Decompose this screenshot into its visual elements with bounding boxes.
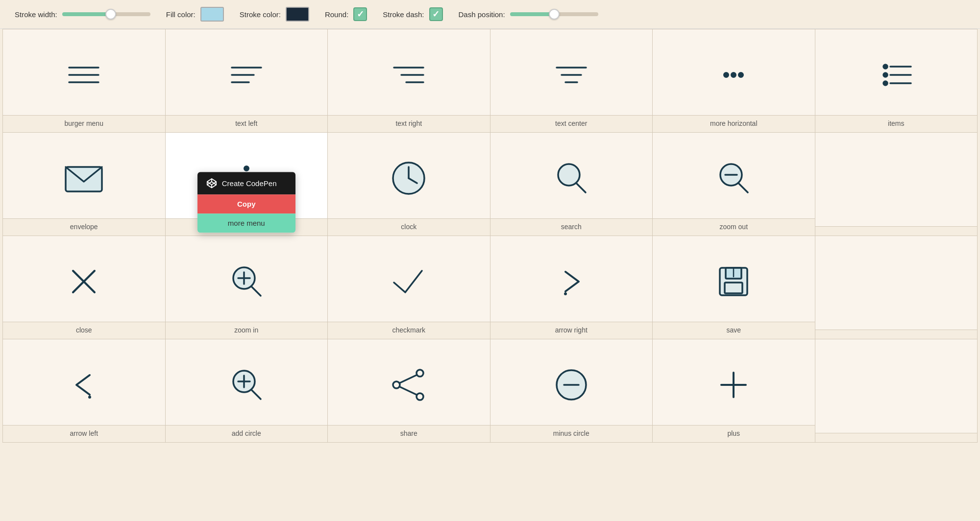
zoom-in-icon: [224, 260, 269, 304]
svg-line-41: [252, 287, 261, 296]
svg-point-44: [564, 292, 567, 295]
text-left-label: text left: [166, 115, 328, 132]
arrow-left-icon: [64, 365, 103, 404]
svg-line-57: [400, 375, 416, 383]
text-center-label: text center: [490, 115, 653, 132]
icon-cell-zoom-out[interactable]: zoom out: [653, 133, 815, 236]
share-icon-area: [377, 339, 441, 425]
icon-cell-close[interactable]: close: [3, 236, 166, 339]
placeholder-3-label: [815, 433, 978, 442]
clock-icon-area: [377, 133, 441, 218]
add-circle-icon-area: [215, 339, 278, 425]
arrow-right-icon-area: [542, 236, 601, 322]
add-circle-label: add circle: [166, 425, 328, 442]
round-checkbox[interactable]: [353, 7, 367, 21]
stroke-width-slider[interactable]: [62, 12, 150, 16]
dash-position-control: Dash position:: [459, 10, 598, 19]
search-label: search: [490, 218, 653, 236]
icon-cell-search[interactable]: search: [490, 133, 653, 236]
text-center-icon: [552, 60, 591, 90]
placeholder-1-icon-area: [886, 133, 906, 226]
close-label: close: [3, 322, 165, 339]
icon-cell-text-left[interactable]: text left: [166, 29, 328, 133]
context-menu-more[interactable]: more menu: [197, 213, 295, 233]
arrow-right-label: arrow right: [490, 322, 653, 339]
minus-circle-icon-area: [539, 339, 603, 425]
icon-cell-more-menu[interactable]: Create CodePen Copy more menu more menu: [166, 133, 328, 236]
icon-cell-save[interactable]: save: [653, 236, 815, 339]
icon-cell-minus-circle[interactable]: minus circle: [490, 339, 653, 443]
zoom-out-icon: [711, 156, 756, 200]
minus-circle-label: minus circle: [490, 425, 653, 442]
arrow-left-icon-area: [54, 339, 113, 425]
checkmark-label: checkmark: [328, 322, 490, 339]
icon-cell-more-horizontal[interactable]: more horizontal: [653, 29, 815, 133]
add-circle-icon: [224, 363, 269, 407]
share-label: share: [328, 425, 490, 442]
stroke-color-swatch[interactable]: [286, 7, 309, 22]
more-horizontal-label: more horizontal: [653, 115, 815, 132]
share-icon: [387, 365, 431, 404]
placeholder-1-label: [815, 226, 978, 236]
svg-line-36: [739, 184, 748, 192]
save-icon: [714, 262, 753, 301]
dash-position-thumb[interactable]: [549, 9, 560, 20]
icon-cell-zoom-in[interactable]: zoom in: [166, 236, 328, 339]
plus-icon-area: [704, 339, 763, 425]
icon-cell-placeholder-1: [815, 133, 978, 236]
svg-line-51: [252, 390, 261, 399]
stroke-width-thumb[interactable]: [105, 9, 116, 20]
icon-cell-text-center[interactable]: text center: [490, 29, 653, 133]
burger-menu-icon: [64, 60, 103, 90]
dash-position-slider[interactable]: [510, 12, 598, 16]
icon-grid: burger menu text left text right: [2, 29, 978, 443]
icon-cell-text-right[interactable]: text right: [328, 29, 490, 133]
icon-cell-arrow-right[interactable]: arrow right: [490, 236, 653, 339]
search-icon: [549, 156, 593, 200]
fill-color-swatch[interactable]: [200, 7, 224, 22]
icon-cell-add-circle[interactable]: add circle: [166, 339, 328, 443]
stroke-dash-checkbox[interactable]: [429, 7, 443, 21]
stroke-width-control: Stroke width:: [15, 10, 150, 19]
placeholder-3-icon-area: [886, 339, 906, 433]
plus-icon: [714, 365, 753, 404]
more-horizontal-icon-area: [704, 29, 763, 115]
fill-color-label: Fill color:: [166, 10, 196, 19]
icon-cell-placeholder-3: [815, 339, 978, 443]
svg-point-14: [739, 73, 743, 77]
items-icon: [877, 58, 916, 92]
envelope-icon: [62, 161, 106, 195]
text-center-icon-area: [542, 29, 601, 115]
save-icon-area: [704, 236, 763, 322]
round-label: Round:: [325, 10, 348, 19]
svg-point-15: [883, 65, 887, 69]
icon-cell-share[interactable]: share: [328, 339, 490, 443]
svg-point-12: [724, 73, 728, 77]
icon-cell-arrow-left[interactable]: arrow left: [3, 339, 166, 443]
svg-point-56: [416, 393, 423, 400]
icon-cell-items[interactable]: items: [815, 29, 978, 133]
toolbar: Stroke width: Fill color: Stroke color: …: [0, 0, 980, 29]
burger-menu-label: burger menu: [3, 115, 165, 132]
svg-point-49: [88, 396, 91, 399]
minus-circle-icon: [549, 363, 593, 407]
plus-label: plus: [653, 425, 815, 442]
svg-point-54: [393, 381, 400, 388]
icon-cell-envelope[interactable]: envelope: [3, 133, 166, 236]
clock-icon: [387, 156, 431, 200]
placeholder-2-icon-area: [886, 236, 906, 330]
context-menu-create[interactable]: Create CodePen: [197, 172, 295, 194]
zoom-out-label: zoom out: [653, 218, 815, 236]
context-menu: Create CodePen Copy more menu: [197, 172, 295, 233]
icon-cell-clock[interactable]: clock: [328, 133, 490, 236]
items-label: items: [815, 115, 978, 132]
svg-point-17: [883, 73, 887, 77]
icon-cell-checkmark[interactable]: checkmark: [328, 236, 490, 339]
icon-cell-plus[interactable]: plus: [653, 339, 815, 443]
icon-cell-burger-menu[interactable]: burger menu: [3, 29, 166, 133]
checkmark-icon: [387, 262, 431, 301]
text-left-icon-area: [217, 29, 276, 115]
svg-line-58: [400, 387, 416, 395]
items-icon-area: [867, 29, 926, 115]
context-menu-copy[interactable]: Copy: [197, 194, 295, 213]
